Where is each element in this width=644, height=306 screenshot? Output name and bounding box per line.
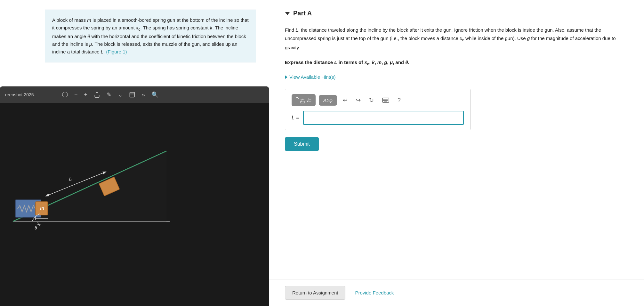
- svg-text:θ: θ: [35, 225, 37, 231]
- search-icon[interactable]: 🔍: [151, 91, 158, 98]
- window-icon[interactable]: [129, 92, 135, 98]
- svg-rect-0: [130, 93, 135, 97]
- math-undo-button[interactable]: ↩: [340, 95, 350, 105]
- math-toolbar: √ √□ AΣφ ↩ ↪ ↻: [292, 94, 464, 106]
- part-description: Find L, the distance traveled along the …: [285, 26, 628, 52]
- bottom-bar: Return to Assignment Provide Feedback: [269, 279, 644, 306]
- right-panel: Part A Find L, the distance traveled alo…: [269, 0, 644, 306]
- math-input-container: √ √□ AΣφ ↩ ↪ ↻: [285, 89, 471, 130]
- pdf-viewer: reenshot 2025-... ⓘ − + ✎ ⌄: [0, 86, 269, 306]
- svg-rect-19: [301, 100, 304, 100]
- math-answer-input[interactable]: [303, 111, 464, 125]
- svg-text:m: m: [40, 205, 44, 211]
- zoom-out-icon[interactable]: −: [74, 92, 78, 98]
- info-icon[interactable]: ⓘ: [62, 91, 68, 99]
- provide-feedback-link[interactable]: Provide Feedback: [355, 290, 394, 295]
- problem-text: A block of mass m is placed in a smooth-…: [52, 17, 249, 54]
- chevron-right-right-icon[interactable]: »: [142, 92, 145, 98]
- view-hints-label: View Available Hint(s): [289, 74, 336, 80]
- math-input-row: L =: [292, 111, 464, 125]
- figure-link[interactable]: (Figure 1): [106, 49, 127, 54]
- math-label: L =: [292, 115, 299, 121]
- chevron-down-icon[interactable]: ⌄: [118, 91, 123, 98]
- hints-triangle-icon: [285, 75, 287, 79]
- pdf-filename: reenshot 2025-...: [5, 92, 56, 97]
- part-header: Part A: [285, 10, 628, 17]
- express-instruction: Express the distance L in terms of xc, k…: [285, 59, 628, 67]
- pencil-icon[interactable]: ✎: [107, 91, 111, 98]
- physics-diagram: m L xc θ: [6, 113, 173, 234]
- submit-button[interactable]: Submit: [285, 137, 319, 151]
- part-title: Part A: [293, 10, 312, 17]
- svg-rect-16: [296, 97, 298, 98]
- return-to-assignment-button[interactable]: Return to Assignment: [285, 286, 345, 300]
- view-hints-link[interactable]: View Available Hint(s): [285, 74, 628, 80]
- svg-rect-17: [298, 98, 299, 99]
- pdf-content: m L xc θ: [0, 103, 269, 306]
- problem-text-box: A block of mass m is placed in a smooth-…: [45, 10, 256, 62]
- zoom-in-icon[interactable]: +: [84, 92, 88, 98]
- collapse-triangle-icon[interactable]: [285, 12, 290, 15]
- math-symbol-button[interactable]: AΣφ: [319, 95, 337, 106]
- math-refresh-button[interactable]: ↻: [366, 95, 376, 105]
- math-redo-button[interactable]: ↪: [353, 95, 363, 105]
- svg-text:√: √: [301, 98, 303, 103]
- share-icon[interactable]: [94, 92, 100, 98]
- svg-text:L: L: [68, 176, 72, 182]
- math-help-button[interactable]: ?: [395, 96, 403, 105]
- math-fraction-sqrt-button[interactable]: √ √□: [292, 94, 316, 106]
- pdf-toolbar: reenshot 2025-... ⓘ − + ✎ ⌄: [0, 86, 269, 103]
- pdf-toolbar-icons: ⓘ − + ✎ ⌄ » 🔍: [62, 91, 158, 99]
- math-keyboard-button[interactable]: [380, 96, 392, 104]
- left-panel: A block of mass m is placed in a smooth-…: [0, 0, 269, 306]
